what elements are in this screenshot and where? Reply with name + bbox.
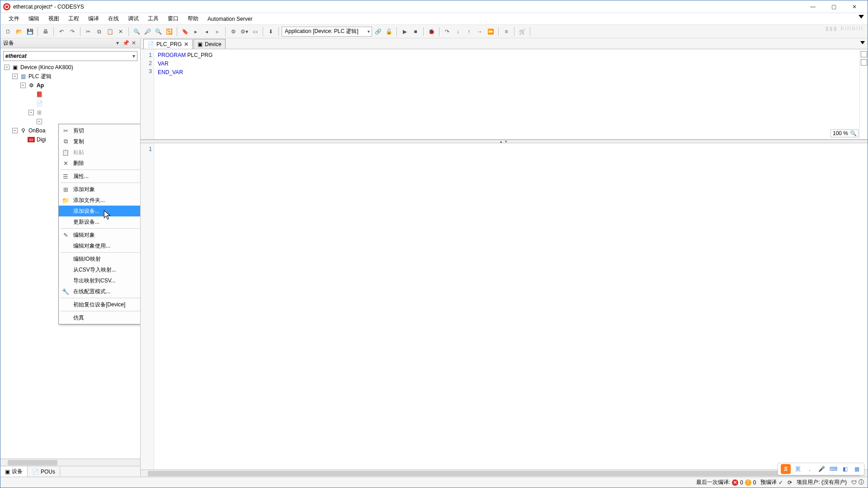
minimize-button[interactable]: — <box>802 1 823 12</box>
ctx-delete[interactable]: ✕删除 <box>59 158 140 169</box>
tab-close-icon[interactable]: ✕ <box>184 41 189 47</box>
editor-horizontal-scrollbar[interactable] <box>141 469 868 477</box>
tree-item[interactable]: 📕 <box>28 90 139 99</box>
status-shield-icon[interactable]: 🛡 <box>851 479 857 486</box>
ime-punctuation-icon[interactable]: ， <box>805 465 814 474</box>
cut-button[interactable]: ✂ <box>83 27 93 37</box>
copy-button[interactable]: ⧉ <box>94 27 104 37</box>
panel-pin-icon[interactable]: 📌 <box>122 40 129 47</box>
ime-menu-icon[interactable]: ▦ <box>852 465 861 474</box>
menu-tools[interactable]: 工具 <box>143 13 163 24</box>
ime-skin-icon[interactable]: ◧ <box>840 465 849 474</box>
cart-button[interactable]: 🛒 <box>517 27 527 37</box>
tab-pous[interactable]: 📄POUs <box>28 467 60 476</box>
menu-project[interactable]: 工程 <box>64 13 84 24</box>
expand-toggle[interactable]: − <box>28 110 34 115</box>
stop-button[interactable]: ■ <box>410 27 420 37</box>
panel-close-icon[interactable]: ✕ <box>130 40 137 47</box>
run-to-cursor-button[interactable]: → <box>475 27 485 37</box>
save-button[interactable]: 💾 <box>25 27 35 37</box>
editor-tab-device[interactable]: ▣ Device <box>193 39 226 49</box>
editor-tab-plc-prg[interactable]: 📄 PLC_PRG ✕ <box>143 39 193 49</box>
editor-splitter[interactable]: ▴ ▾ <box>141 140 868 143</box>
ctx-cut[interactable]: ✂剪切 <box>59 125 140 136</box>
magnifier-icon[interactable]: 🔍 <box>850 130 856 136</box>
tree-item[interactable]: 📄 <box>28 99 139 108</box>
step-into-button[interactable]: ↓ <box>453 27 463 37</box>
ctx-import-csv[interactable]: 从CSV导入映射... <box>59 264 140 275</box>
replace-button[interactable]: 🔁 <box>164 27 174 37</box>
paste-button[interactable]: 📋 <box>105 27 115 37</box>
tab-devices[interactable]: ▣设备 <box>0 466 28 477</box>
find-prev-button[interactable]: 🔍 <box>153 27 163 37</box>
menu-help[interactable]: 帮助 <box>183 13 203 24</box>
tree-task-node[interactable]: −⊞ <box>28 108 139 117</box>
ctx-copy[interactable]: ⧉复制 <box>59 136 140 147</box>
download-button[interactable]: ⬇ <box>266 27 276 37</box>
delete-button[interactable]: ✕ <box>116 27 126 37</box>
ime-keyboard-icon[interactable]: ⌨ <box>829 465 838 474</box>
close-button[interactable]: ✕ <box>844 1 865 12</box>
bookmark-next-button[interactable]: ▸ <box>191 27 201 37</box>
step-over-button[interactable]: ↷ <box>442 27 452 37</box>
undo-button[interactable]: ↶ <box>57 27 66 37</box>
ctx-add-device[interactable]: 添加设备... <box>59 206 140 216</box>
print-button[interactable]: 🖶 <box>41 27 51 37</box>
debug-button[interactable]: 🐞 <box>426 27 436 37</box>
code-editor-body[interactable] <box>154 143 868 469</box>
menu-automation-server[interactable]: Automation Server <box>203 14 257 24</box>
find-button[interactable]: 🔍 <box>132 27 142 37</box>
code-editor-declaration[interactable]: PROGRAM PLC_PRG VAR END_VAR <box>154 49 859 139</box>
bookmark-clear-button[interactable]: ▹ <box>212 27 222 37</box>
maximize-button[interactable]: ▢ <box>823 1 844 12</box>
ctx-add-folder[interactable]: 📁添加文件夹... <box>59 195 140 206</box>
menu-build[interactable]: 编译 <box>84 13 104 24</box>
menubar-overflow-icon[interactable] <box>859 15 864 19</box>
menu-view[interactable]: 视图 <box>44 13 64 24</box>
status-sync-icon[interactable]: ⟳ <box>788 479 792 486</box>
zoom-display[interactable]: 100 % 🔍 <box>830 129 859 137</box>
editor-mode-icon[interactable] <box>861 51 867 57</box>
bookmark-prev-button[interactable]: ◂ <box>202 27 212 37</box>
ctx-update-device[interactable]: 更新设备... <box>59 216 140 227</box>
menu-debug[interactable]: 调试 <box>123 13 143 24</box>
breakpoints-button[interactable]: ≡ <box>501 27 511 37</box>
expand-toggle[interactable]: − <box>4 65 9 70</box>
rebuild-button[interactable]: ⚙▾ <box>239 27 249 37</box>
ctx-export-csv[interactable]: 导出映射到CSV... <box>59 275 140 286</box>
ctx-edit-object[interactable]: ✎编辑对象 <box>59 230 140 240</box>
expand-toggle[interactable]: − <box>12 128 18 133</box>
redo-button[interactable]: ↷ <box>67 27 77 37</box>
tree-application-node[interactable]: − ⚙ Ap <box>20 81 139 90</box>
expand-toggle[interactable]: − <box>20 83 26 88</box>
ime-language-button[interactable]: 英 <box>793 465 802 474</box>
tree-project-selector[interactable]: ethercat <box>3 51 137 61</box>
ctx-edit-object-use[interactable]: 编辑对象使用... <box>59 240 140 251</box>
menu-window[interactable]: 窗口 <box>163 13 183 24</box>
tree-plc-logic-node[interactable]: − ▥ PLC 逻辑 <box>12 72 139 81</box>
ctx-initial-reset-device[interactable]: 初始复位设备[Device] <box>59 299 140 310</box>
status-info-icon[interactable]: ⓘ <box>859 479 864 486</box>
ctx-edit-io-mapping[interactable]: 编辑IO映射 <box>59 253 140 264</box>
ctx-online-config-mode[interactable]: 🔧在线配置模式... <box>59 286 140 297</box>
logout-button[interactable]: 🔓 <box>384 27 394 37</box>
expand-toggle[interactable]: − <box>37 119 42 124</box>
panel-dropdown-icon[interactable]: ▾ <box>114 40 121 47</box>
ctx-simulation[interactable]: 仿真 <box>59 312 140 323</box>
step-out-button[interactable]: ↑ <box>464 27 474 37</box>
editor-tabs-overflow-icon[interactable] <box>860 41 865 44</box>
clean-button[interactable]: ▭ <box>250 27 260 37</box>
find-next-button[interactable]: 🔎 <box>142 27 152 37</box>
new-button[interactable]: 🗋 <box>3 27 13 37</box>
left-horizontal-scrollbar[interactable] <box>0 459 140 466</box>
ime-toolbar[interactable]: S 英 ， 🎤 ⌨ ◧ ▦ <box>778 463 864 475</box>
login-button[interactable]: 🔗 <box>373 27 383 37</box>
tree-device-node[interactable]: − ▣ Device (Kinco AK800) <box>4 63 139 72</box>
open-button[interactable]: 📂 <box>14 27 24 37</box>
start-button[interactable]: ▶ <box>400 27 410 37</box>
ctx-add-object[interactable]: ⊞添加对象▶ <box>59 184 140 195</box>
app-selector-combo[interactable]: Application [Device: PLC 逻辑] <box>282 27 372 37</box>
build-button[interactable]: ⚙ <box>228 27 238 37</box>
menu-edit[interactable]: 编辑 <box>24 13 44 24</box>
bookmark-button[interactable]: 🔖 <box>180 27 190 37</box>
